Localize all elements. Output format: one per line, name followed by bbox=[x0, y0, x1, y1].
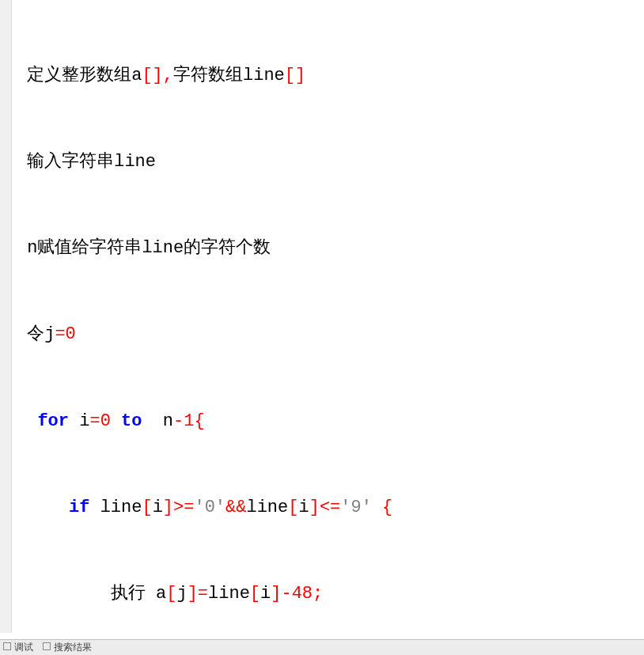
space bbox=[111, 411, 121, 431]
tab-icon bbox=[3, 642, 11, 650]
space bbox=[142, 411, 162, 431]
ident-j: j bbox=[176, 584, 187, 604]
number: 1 bbox=[184, 411, 194, 431]
bracket-close: ] bbox=[309, 498, 320, 517]
char-literal: '9' bbox=[340, 498, 372, 517]
bracket-open: [ bbox=[166, 584, 176, 604]
space bbox=[89, 498, 100, 517]
code-editor: 定义整形数组a[],字符数组line[] 输入字符串line n赋值给字符串li… bbox=[0, 0, 644, 655]
space bbox=[69, 411, 79, 431]
text: 赋值给字符串 bbox=[37, 238, 142, 258]
text: 令 bbox=[27, 324, 44, 344]
tab-icon bbox=[43, 642, 51, 650]
code-line[interactable]: 令j=0 bbox=[12, 324, 644, 345]
number: 0 bbox=[100, 411, 111, 431]
ident-i: i bbox=[260, 584, 271, 604]
code-area[interactable]: 定义整形数组a[],字符数组line[] 输入字符串line n赋值给字符串li… bbox=[12, 0, 644, 633]
and: && bbox=[225, 498, 246, 517]
bracket-open: [ bbox=[250, 584, 260, 604]
brackets: [] bbox=[142, 66, 162, 85]
brace-open: { bbox=[382, 498, 392, 517]
tab-debug-label: 调试 bbox=[14, 642, 33, 653]
ident-i: i bbox=[153, 498, 163, 517]
semicolon: ; bbox=[313, 584, 323, 604]
keyword-to: to bbox=[121, 411, 142, 431]
ident-a: a bbox=[131, 66, 142, 85]
text: 输入字符串 bbox=[27, 152, 114, 172]
ident-line: line bbox=[243, 66, 285, 85]
ident-j: j bbox=[44, 324, 55, 344]
text: 的字符个数 bbox=[184, 238, 271, 258]
code-line[interactable]: n赋值给字符串line的字符个数 bbox=[12, 237, 644, 259]
space bbox=[372, 498, 382, 517]
brace-open: { bbox=[194, 411, 204, 431]
code-line[interactable]: 执行 a[j]=line[i]-48; bbox=[12, 583, 644, 604]
ident-line: line bbox=[246, 498, 288, 517]
indent bbox=[17, 498, 69, 517]
minus: - bbox=[173, 411, 184, 431]
indent bbox=[17, 238, 27, 258]
code-line[interactable]: 定义整形数组a[],字符数组line[] bbox=[12, 65, 644, 86]
indent bbox=[17, 324, 27, 344]
ident-n: n bbox=[163, 411, 173, 431]
ident-a: a bbox=[156, 584, 166, 604]
bracket-close: ] bbox=[188, 584, 198, 604]
bottom-panel-tabs: 调试 搜索结果 bbox=[0, 639, 644, 655]
minus: - bbox=[281, 584, 291, 604]
gutter bbox=[0, 0, 12, 633]
equals: = bbox=[55, 324, 65, 344]
indent bbox=[17, 66, 27, 85]
ident-line: line bbox=[208, 584, 250, 604]
ge: >= bbox=[173, 498, 194, 517]
equals: = bbox=[89, 411, 100, 431]
bracket-open: [ bbox=[288, 498, 298, 517]
equals: = bbox=[198, 584, 208, 604]
bracket-close: ] bbox=[163, 498, 173, 517]
keyword-for: for bbox=[37, 411, 69, 431]
ident-i: i bbox=[298, 498, 309, 517]
tab-search-results[interactable]: 搜索结果 bbox=[43, 641, 92, 654]
number: 0 bbox=[66, 324, 76, 344]
indent bbox=[17, 584, 111, 604]
ident-n: n bbox=[27, 238, 37, 258]
text: 执行 bbox=[111, 584, 156, 604]
text: 定义整形数组 bbox=[27, 66, 131, 85]
code-line[interactable]: if line[i]>='0'&&line[i]<='9' { bbox=[12, 497, 644, 518]
tab-search-label: 搜索结果 bbox=[54, 642, 92, 653]
ident-i: i bbox=[79, 411, 89, 431]
brackets: [] bbox=[285, 66, 305, 85]
char-literal: '0' bbox=[194, 498, 225, 517]
ident-line: line bbox=[100, 498, 142, 517]
ident-line: line bbox=[114, 152, 156, 172]
ident-line: line bbox=[142, 238, 184, 258]
tab-debug[interactable]: 调试 bbox=[3, 641, 33, 654]
bracket-close: ] bbox=[271, 584, 281, 604]
code-line[interactable]: for i=0 to n-1{ bbox=[12, 411, 644, 432]
number: 48 bbox=[292, 584, 313, 604]
le: <= bbox=[320, 498, 340, 517]
code-line[interactable]: 输入字符串line bbox=[12, 151, 644, 172]
text: 字符数组 bbox=[173, 66, 243, 85]
indent bbox=[17, 411, 37, 431]
comma: , bbox=[163, 66, 173, 85]
indent bbox=[17, 152, 27, 172]
keyword-if: if bbox=[69, 498, 89, 517]
bracket-open: [ bbox=[142, 498, 152, 517]
